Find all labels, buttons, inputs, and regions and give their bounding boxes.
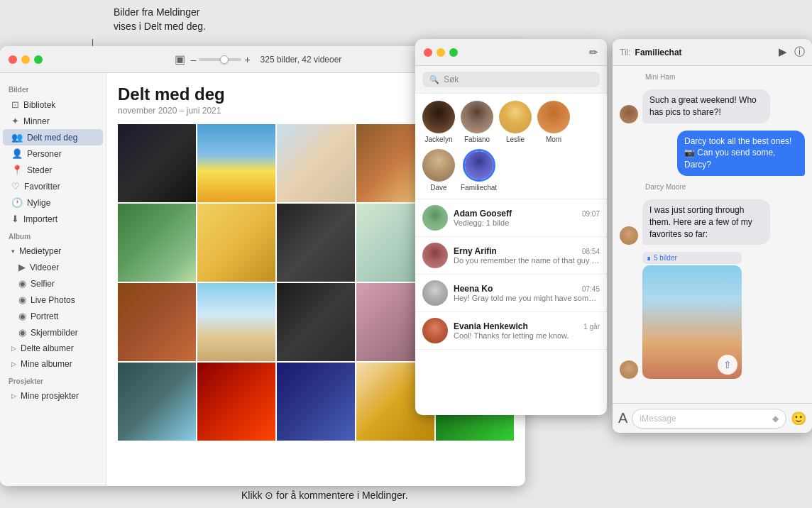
photo-cell[interactable] [118,124,196,202]
messages-titlebar: ✏︎ [415,39,607,66]
close-button[interactable] [9,55,17,64]
sidebar-section-prosjekter: Prosjekter [0,372,106,388]
sidebar-item-label: Skjermbilder [31,328,78,338]
sidebar-item-mine-prosjekter[interactable]: ▷ Mine prosjekter [3,388,103,404]
photo-cell[interactable] [277,204,355,282]
photo-count: 325 bilder, 42 videoer [260,55,342,65]
maximize-button[interactable] [34,55,43,64]
imsg-input-field[interactable]: iMessage ◆ [632,409,786,429]
photo-cell[interactable] [277,124,355,202]
msg-minimize-button[interactable] [437,48,445,57]
sidebar: Bilder ⊡ Bibliotek ✦ Minner 👥 Delt med d… [0,73,106,486]
conv-erny[interactable]: Erny Arifin 08:54 Do you remember the na… [415,237,607,275]
sidebar-item-importert[interactable]: ⬇ Importert [3,211,103,227]
sidebar-item-medietyper[interactable]: ▾ Medietyper [3,243,103,259]
sidebar-item-personer[interactable]: 👤 Personer [3,145,103,162]
conv-content-adam: Adam Gooseff 09:07 Vedlegg: 1 bilde [454,209,600,227]
contact-familiechat[interactable]: Familiechat [461,149,497,192]
sidebar-section-album: Album [0,227,106,243]
search-input[interactable]: Søk [444,74,459,84]
importert-icon: ⬇ [11,214,19,224]
sidebar-item-bibliotek[interactable]: ⊡ Bibliotek [3,96,103,113]
msg-bubble-darcy: I was just sorting through them. Here ar… [642,199,770,245]
selfier-icon: ◉ [18,278,26,289]
slider-thumb [220,55,229,64]
conv-heena[interactable]: Heena Ko 07:45 Hey! Gray told me you mig… [415,275,607,312]
contact-dave[interactable]: Dave [422,149,455,192]
sidebar-item-label: Bibliotek [23,100,55,110]
msg-bubble-outgoing: Darcy took all the best ones! 📷 Can you … [677,131,805,176]
medietyper-chevron: ▾ [11,248,15,255]
share-button[interactable]: ⇧ [718,355,737,375]
videoer-icon: ▶ [18,262,26,272]
search-bar-container: 🔍 Søk [415,66,607,94]
appstore-icon[interactable]: A [618,410,627,426]
msg-photo-attachment[interactable]: ⇧ [642,265,742,379]
photo-cell[interactable] [118,363,196,441]
conv-avatar-evania [422,318,448,343]
sidebar-item-mine-albumer[interactable]: ▷ Mine albumer [3,356,103,372]
contact-avatar-jackelyn [422,101,455,133]
photo-cell[interactable] [197,363,275,441]
portrett-icon: ◉ [18,311,26,321]
contact-fabiano[interactable]: Fabiano [461,101,493,143]
traffic-lights [9,55,43,64]
video-call-icon[interactable]: ▶ [779,45,787,59]
msg-close-button[interactable] [424,48,432,57]
sidebar-toggle-icon[interactable]: ▣ [175,53,185,66]
photo-cell[interactable] [118,204,196,282]
bibliotek-icon: ⊡ [11,99,19,110]
dictate-icon[interactable]: ◆ [772,414,779,424]
photo-cell[interactable] [197,124,275,202]
conv-time-erny: 08:54 [582,248,600,255]
contact-leslie[interactable]: Leslie [499,101,532,143]
photo-cell[interactable] [277,283,355,361]
sidebar-item-favoritter[interactable]: ♡ Favoritter [3,178,103,194]
titlebar-controls: ▣ – + 325 bilder, 42 videoer [50,53,466,66]
delt-med-deg-icon: 👥 [11,132,23,143]
zoom-in-icon[interactable]: + [244,54,250,65]
minimize-button[interactable] [21,55,30,64]
sidebar-item-delte-albumer[interactable]: ▷ Delte albumer [3,341,103,356]
mine-prosjekter-chevron: ▷ [11,392,16,399]
msg-maximize-button[interactable] [449,48,458,57]
sidebar-item-selfier[interactable]: ◉ Selfier [3,275,103,292]
compose-icon[interactable]: ✏︎ [589,46,598,59]
search-bar[interactable]: 🔍 Søk [422,72,600,87]
sidebar-item-live-photos[interactable]: ◉ Live Photos [3,292,103,308]
conv-evania[interactable]: Evania Henkewich 1 går Cool! Thanks for … [415,312,607,350]
sidebar-item-steder[interactable]: 📍 Steder [3,162,103,178]
photo-cell[interactable] [118,283,196,361]
contact-jackelyn[interactable]: Jackelyn [422,101,455,143]
skjermbilder-icon: ◉ [18,327,26,338]
sidebar-item-portrett[interactable]: ◉ Portrett [3,308,103,324]
contact-name-leslie: Leslie [506,136,525,143]
msg-attachment-container[interactable]: ∎ 5 bilder ⇧ [642,252,742,379]
info-circle-icon[interactable]: ⓘ [794,45,805,59]
photo-cell[interactable] [197,204,275,282]
zoom-out-icon[interactable]: – [191,54,197,65]
sidebar-item-label: Videoer [30,263,59,272]
sidebar-item-minner[interactable]: ✦ Minner [3,113,103,129]
conv-preview-adam: Vedlegg: 1 bilde [454,219,600,227]
sidebar-item-videoer[interactable]: ▶ Videoer [3,259,103,275]
conv-adam[interactable]: Adam Gooseff 09:07 Vedlegg: 1 bilde [415,199,607,237]
emoji-icon[interactable]: 🙂 [791,411,806,426]
conv-content-erny: Erny Arifin 08:54 Do you remember the na… [454,246,600,265]
contact-name-mom: Mom [546,136,561,143]
msg-sender-name-darcy: Darcy Moore [620,183,805,191]
sidebar-item-skjermbilder[interactable]: ◉ Skjermbilder [3,324,103,341]
photo-cell[interactable] [197,283,275,361]
photo-cell[interactable] [277,363,355,441]
sidebar-item-delt-med-deg[interactable]: 👥 Delt med deg [3,129,103,145]
sidebar-item-label: Personer [27,149,62,159]
contact-mom[interactable]: Mom [537,101,570,143]
mine-albumer-chevron: ▷ [11,360,16,368]
msg-bubble-mini: Such a great weekend! Who has pics to sh… [642,89,770,123]
zoom-slider[interactable]: – + [191,54,251,65]
sidebar-item-nylige[interactable]: 🕐 Nylige [3,194,103,211]
msg-avatar-darcy-2 [620,360,638,379]
sidebar-item-label: Medietyper [19,246,61,256]
imsg-to-name: Familiechat [635,48,774,57]
conv-content-evania: Evania Henkewich 1 går Cool! Thanks for … [454,321,600,340]
